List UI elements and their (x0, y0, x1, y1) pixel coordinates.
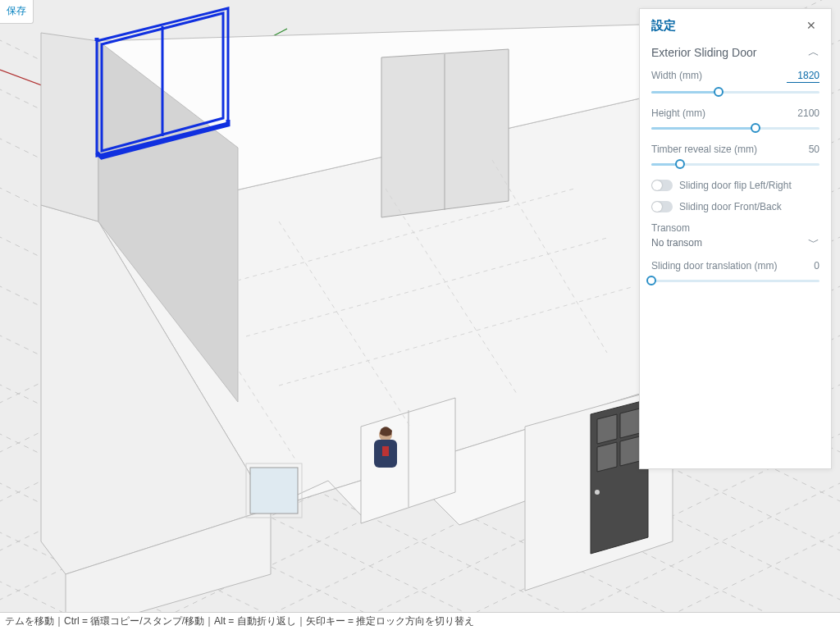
timber-slider[interactable] (651, 158, 819, 170)
status-bar: テムを移動｜Ctrl = 循環コピー/スタンプ/移動｜Alt = 自動折り返し｜… (0, 612, 840, 630)
svg-rect-32 (382, 446, 389, 456)
svg-marker-21 (620, 436, 640, 466)
svg-rect-14 (250, 468, 298, 514)
chevron-down-icon: ﹀ (808, 235, 819, 250)
prop-label: Sliding door translation (mm) (651, 260, 777, 272)
prop-width: Width (mm) 1820 (651, 70, 819, 98)
transom-value: No transom (651, 237, 702, 249)
width-input[interactable]: 1820 (787, 70, 819, 83)
prop-timber: Timber reveal size (mm) 50 (651, 144, 819, 170)
timber-value[interactable]: 50 (809, 144, 819, 155)
translation-slider[interactable] (651, 275, 819, 286)
status-text: テムを移動｜Ctrl = 循環コピー/スタンプ/移動｜Alt = 自動折り返し｜… (5, 614, 474, 628)
svg-marker-19 (620, 409, 640, 438)
prop-height: Height (mm) 2100 (651, 107, 819, 134)
prop-transom: Transom No transom ﹀ (651, 222, 819, 250)
save-button[interactable]: 保存 (0, 0, 34, 24)
height-slider[interactable] (651, 122, 819, 134)
flip-lr-toggle[interactable] (651, 180, 673, 191)
prop-label: Height (mm) (651, 107, 705, 119)
toggle-label: Sliding door flip Left/Right (679, 180, 792, 191)
settings-panel: 設定 ✕ Exterior Sliding Door ︿ Width (mm) … (639, 8, 832, 469)
svg-marker-20 (597, 442, 617, 472)
transom-select[interactable]: No transom ﹀ (651, 235, 819, 250)
flip-fb-toggle[interactable] (651, 201, 673, 212)
svg-marker-5 (41, 33, 98, 221)
panel-title: 設定 (651, 18, 676, 34)
translation-value[interactable]: 0 (814, 260, 819, 272)
close-icon[interactable]: ✕ (803, 17, 819, 34)
prop-label: Transom (651, 222, 819, 234)
section-title: Exterior Sliding Door (651, 46, 756, 59)
toggle-label: Sliding door Front/Back (679, 201, 782, 212)
svg-point-22 (595, 490, 600, 495)
prop-label: Width (mm) (651, 70, 702, 81)
chevron-up-icon[interactable]: ︿ (808, 45, 819, 60)
svg-marker-18 (597, 414, 617, 444)
prop-label: Timber reveal size (mm) (651, 144, 757, 155)
prop-translation: Sliding door translation (mm) 0 (651, 260, 819, 286)
width-slider[interactable] (651, 86, 819, 98)
height-value[interactable]: 2100 (797, 107, 819, 119)
